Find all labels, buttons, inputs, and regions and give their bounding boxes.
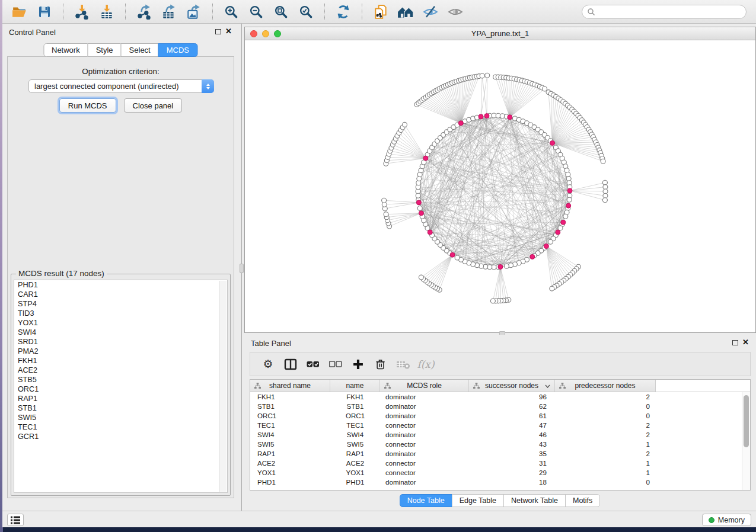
network-node[interactable] bbox=[603, 193, 608, 198]
houses-icon[interactable] bbox=[397, 3, 414, 21]
network-canvas[interactable] bbox=[245, 40, 755, 332]
search-input[interactable] bbox=[595, 8, 741, 16]
tab-select[interactable]: Select bbox=[121, 43, 159, 57]
column-header-shared-name[interactable]: shared name bbox=[250, 380, 330, 392]
clone-network-icon[interactable] bbox=[372, 3, 390, 21]
table-row[interactable]: ORC1ORC1dominator610 bbox=[250, 411, 750, 421]
mcds-result-item[interactable]: TID3 bbox=[14, 309, 227, 318]
network-node[interactable] bbox=[601, 159, 605, 164]
tab-style[interactable]: Style bbox=[88, 43, 122, 57]
deselect-all-checks-icon[interactable] bbox=[327, 356, 344, 373]
search-field[interactable] bbox=[582, 5, 747, 19]
table-row[interactable]: ACE2ACE2connector311 bbox=[250, 459, 750, 468]
memory-button[interactable]: Memory bbox=[702, 514, 751, 526]
zoom-out-icon[interactable] bbox=[247, 3, 265, 21]
export-network-icon[interactable] bbox=[135, 3, 153, 21]
column-header-successor-nodes[interactable]: successor nodes bbox=[469, 380, 555, 392]
mcds-result-item[interactable]: STB1 bbox=[14, 403, 227, 413]
export-image-icon[interactable] bbox=[185, 3, 203, 21]
mcds-result-item[interactable]: PMA2 bbox=[14, 347, 227, 356]
delete-column-icon[interactable] bbox=[372, 356, 389, 373]
mcds-hub-node[interactable] bbox=[479, 114, 483, 119]
mcds-hub-node[interactable] bbox=[567, 188, 572, 193]
mcds-result-item[interactable]: ORC1 bbox=[14, 384, 227, 394]
mcds-hub-node[interactable] bbox=[561, 220, 566, 225]
network-node[interactable] bbox=[543, 86, 547, 91]
mcds-hub-node[interactable] bbox=[484, 114, 489, 118]
network-node[interactable] bbox=[602, 180, 607, 185]
column-header-predecessor-nodes[interactable]: predecessor nodes bbox=[555, 380, 656, 392]
table-row[interactable]: PHD1PHD1dominator180 bbox=[250, 477, 750, 487]
network-node[interactable] bbox=[417, 206, 422, 211]
refresh-icon[interactable] bbox=[334, 3, 352, 21]
column-header-MCDS-role[interactable]: MCDS role bbox=[380, 380, 469, 392]
settings-gear-icon[interactable]: ⚙ bbox=[260, 356, 276, 373]
mcds-result-item[interactable]: ACE2 bbox=[14, 366, 227, 375]
mcds-hub-node[interactable] bbox=[419, 211, 423, 216]
network-node[interactable] bbox=[567, 197, 572, 202]
zoom-selected-icon[interactable] bbox=[297, 3, 315, 21]
network-node[interactable] bbox=[416, 193, 420, 198]
mcds-hub-node[interactable] bbox=[450, 252, 455, 257]
zoom-in-icon[interactable] bbox=[222, 3, 240, 21]
task-history-button[interactable] bbox=[7, 514, 24, 526]
mcds-hub-node[interactable] bbox=[416, 200, 421, 205]
tab-edge-table[interactable]: Edge Table bbox=[452, 494, 504, 507]
network-node[interactable] bbox=[403, 122, 407, 127]
mcds-result-item[interactable]: STP4 bbox=[14, 299, 227, 309]
mcds-result-item[interactable]: FKH1 bbox=[14, 356, 227, 366]
mcds-hub-node[interactable] bbox=[423, 156, 428, 161]
close-panel-icon[interactable]: ✕ bbox=[742, 338, 749, 347]
table-row[interactable]: RAP1RAP1dominator352 bbox=[250, 449, 750, 459]
mcds-result-item[interactable]: PHD1 bbox=[14, 280, 227, 290]
network-node[interactable] bbox=[490, 299, 495, 303]
network-node[interactable] bbox=[548, 239, 553, 244]
network-node[interactable] bbox=[504, 264, 509, 268]
table-row[interactable]: YOX1YOX1connector291 bbox=[250, 468, 750, 477]
table-scrollbar[interactable] bbox=[742, 392, 750, 490]
mcds-result-item[interactable]: STB5 bbox=[14, 375, 227, 384]
vertical-splitter[interactable] bbox=[239, 24, 244, 511]
network-node[interactable] bbox=[558, 226, 563, 230]
zoom-fit-icon[interactable] bbox=[272, 3, 290, 21]
network-node[interactable] bbox=[603, 189, 608, 194]
network-node[interactable] bbox=[480, 73, 484, 78]
table-row[interactable]: FKH1FKH1dominator962 bbox=[250, 392, 750, 402]
network-node[interactable] bbox=[602, 198, 607, 203]
network-node[interactable] bbox=[382, 198, 387, 203]
show-eye-icon[interactable] bbox=[446, 3, 464, 21]
add-column-icon[interactable] bbox=[350, 356, 366, 373]
network-node[interactable] bbox=[563, 214, 568, 219]
tab-network[interactable]: Network bbox=[43, 43, 88, 57]
mcds-result-item[interactable]: SWI4 bbox=[14, 328, 227, 337]
hide-eye-icon[interactable] bbox=[422, 3, 439, 21]
mcds-result-item[interactable]: SWI5 bbox=[14, 413, 227, 422]
tab-network-table[interactable]: Network Table bbox=[503, 494, 566, 507]
network-node[interactable] bbox=[485, 73, 490, 78]
scrollbar-thumb[interactable] bbox=[744, 395, 749, 447]
column-visibility-icon[interactable] bbox=[282, 356, 299, 373]
mcds-result-item[interactable]: TEC1 bbox=[14, 422, 227, 432]
table-row[interactable]: TEC1TEC1connector472 bbox=[250, 421, 750, 430]
import-table-icon[interactable] bbox=[98, 3, 116, 21]
optimization-criterion-select[interactable]: largest connected component (undirected) bbox=[28, 79, 214, 93]
mcds-hub-node[interactable] bbox=[498, 265, 503, 270]
network-node[interactable] bbox=[550, 286, 554, 291]
mcds-result-item[interactable]: GCR1 bbox=[14, 432, 227, 441]
network-titlebar[interactable]: YPA_prune.txt_1 bbox=[245, 27, 755, 40]
mcds-hub-node[interactable] bbox=[556, 230, 560, 235]
mcds-hub-node[interactable] bbox=[508, 115, 512, 120]
network-node[interactable] bbox=[419, 275, 423, 280]
network-node[interactable] bbox=[455, 255, 460, 260]
tab-mcds[interactable]: MCDS bbox=[158, 43, 197, 57]
export-table-icon[interactable] bbox=[160, 3, 178, 21]
mcds-hub-node[interactable] bbox=[550, 140, 555, 145]
run-mcds-button[interactable]: Run MCDS bbox=[59, 98, 116, 113]
table-row[interactable]: SWI5SWI5connector431 bbox=[250, 440, 750, 449]
mcds-hub-node[interactable] bbox=[530, 254, 535, 259]
network-node[interactable] bbox=[603, 185, 608, 190]
open-file-icon[interactable] bbox=[11, 3, 28, 21]
mcds-hub-node[interactable] bbox=[428, 230, 432, 235]
table-row[interactable]: SWI4SWI4dominator462 bbox=[250, 430, 750, 440]
mcds-hub-node[interactable] bbox=[566, 203, 571, 208]
